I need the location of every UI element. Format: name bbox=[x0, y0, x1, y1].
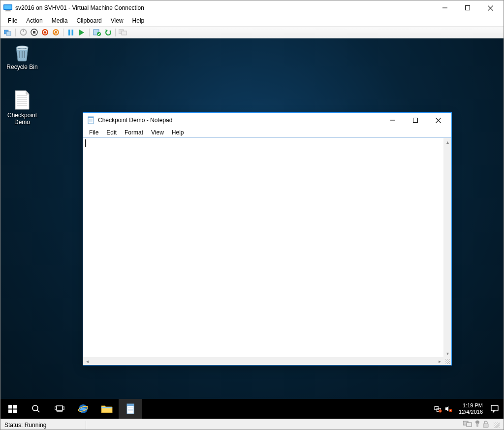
clock-time: 1:19 PM bbox=[459, 402, 483, 409]
svg-rect-26 bbox=[122, 31, 126, 35]
text-file-icon bbox=[12, 90, 32, 110]
svg-point-27 bbox=[16, 46, 28, 49]
volume-muted-icon[interactable]: ✕ bbox=[445, 405, 453, 413]
svg-rect-58 bbox=[101, 407, 112, 408]
svg-rect-2 bbox=[6, 10, 10, 11]
taskbar-notepad[interactable] bbox=[119, 399, 142, 419]
svg-rect-76 bbox=[476, 423, 478, 427]
desktop-icon-checkpoint-demo[interactable]: Checkpoint Demo bbox=[3, 90, 41, 126]
vm-menubar: File Action Media Clipboard View Help bbox=[0, 15, 504, 26]
checkpoint-icon[interactable] bbox=[93, 28, 101, 37]
display-config-icon[interactable] bbox=[463, 421, 472, 429]
desktop-icon-recycle-bin[interactable]: Recycle Bin bbox=[3, 41, 41, 70]
svg-rect-28 bbox=[19, 51, 20, 58]
svg-rect-38 bbox=[88, 117, 94, 118]
shutdown-icon[interactable] bbox=[40, 28, 49, 37]
enhanced-session-icon[interactable] bbox=[119, 28, 127, 37]
vm-window-title: sv2016 on SVHV01 - Virtual Machine Conne… bbox=[15, 4, 144, 11]
svg-rect-77 bbox=[483, 424, 488, 428]
network-warning-icon[interactable]: ✕ bbox=[434, 405, 442, 413]
svg-rect-48 bbox=[8, 409, 12, 413]
svg-text:✕: ✕ bbox=[450, 409, 451, 412]
close-button[interactable] bbox=[479, 0, 502, 15]
vm-statusbar: Status: Running bbox=[0, 419, 504, 430]
pause-icon[interactable] bbox=[66, 28, 75, 37]
svg-rect-20 bbox=[72, 30, 74, 35]
lock-icon[interactable] bbox=[483, 421, 489, 430]
start-button[interactable] bbox=[0, 399, 24, 419]
svg-rect-29 bbox=[22, 51, 23, 58]
usb-device-icon[interactable] bbox=[475, 420, 480, 430]
svg-rect-49 bbox=[13, 409, 17, 413]
scroll-right-icon[interactable]: ▸ bbox=[436, 357, 443, 365]
reset-icon[interactable] bbox=[51, 28, 60, 37]
scroll-down-icon[interactable]: ▾ bbox=[443, 349, 451, 357]
statusbar-separator bbox=[86, 421, 86, 430]
notepad-menu-format[interactable]: Format bbox=[121, 129, 147, 136]
notepad-menu-file[interactable]: File bbox=[85, 129, 102, 136]
toolbar-separator bbox=[89, 29, 90, 36]
notepad-horizontal-scrollbar[interactable]: ◂ ▸ bbox=[83, 357, 443, 365]
revert-icon[interactable] bbox=[103, 28, 112, 37]
notepad-minimize-button[interactable] bbox=[381, 113, 404, 128]
svg-marker-68 bbox=[445, 406, 448, 412]
guest-desktop[interactable]: Recycle Bin Checkpoint Demo Checkpoint D… bbox=[0, 38, 504, 419]
resize-grip-icon[interactable] bbox=[443, 357, 451, 365]
svg-rect-30 bbox=[24, 51, 25, 58]
svg-rect-46 bbox=[8, 405, 12, 409]
notepad-titlebar[interactable]: Checkpoint Demo - Notepad bbox=[83, 113, 451, 128]
notepad-menubar: File Edit Format View Help bbox=[83, 128, 451, 137]
svg-rect-71 bbox=[491, 405, 498, 411]
app-icon bbox=[3, 4, 12, 11]
notepad-text-area[interactable] bbox=[83, 138, 443, 357]
menu-action[interactable]: Action bbox=[22, 16, 47, 25]
svg-marker-72 bbox=[493, 411, 495, 412]
svg-rect-54 bbox=[63, 407, 64, 409]
search-button[interactable] bbox=[24, 399, 48, 419]
svg-point-50 bbox=[32, 405, 38, 411]
maximize-button[interactable] bbox=[456, 0, 479, 15]
notepad-content-area: ▴ ▾ ◂ ▸ bbox=[83, 137, 451, 365]
menu-clipboard[interactable]: Clipboard bbox=[72, 16, 106, 25]
taskbar-internet-explorer[interactable] bbox=[71, 399, 95, 419]
notepad-icon bbox=[87, 116, 95, 124]
task-view-button[interactable] bbox=[48, 399, 71, 419]
notepad-close-button[interactable] bbox=[427, 113, 449, 128]
svg-rect-52 bbox=[57, 406, 63, 410]
menu-file[interactable]: File bbox=[3, 16, 22, 25]
start-icon[interactable] bbox=[77, 28, 86, 37]
notepad-menu-view[interactable]: View bbox=[147, 129, 168, 136]
svg-rect-3 bbox=[5, 11, 11, 12]
scroll-left-icon[interactable]: ◂ bbox=[83, 357, 91, 365]
menu-view[interactable]: View bbox=[106, 16, 128, 25]
notepad-maximize-button[interactable] bbox=[404, 113, 427, 128]
notepad-window: Checkpoint Demo - Notepad File Edit Form… bbox=[83, 112, 452, 365]
svg-rect-74 bbox=[467, 423, 472, 427]
svg-rect-43 bbox=[413, 118, 418, 123]
vm-toolbar bbox=[0, 26, 504, 38]
notepad-menu-help[interactable]: Help bbox=[168, 129, 188, 136]
stop-icon[interactable] bbox=[30, 28, 38, 37]
svg-point-14 bbox=[42, 29, 48, 35]
action-center-icon[interactable] bbox=[489, 405, 501, 413]
status-text: Status: Running bbox=[4, 422, 46, 429]
taskbar-clock[interactable]: 1:19 PM 12/4/2016 bbox=[456, 402, 486, 415]
scroll-up-icon[interactable]: ▴ bbox=[443, 138, 451, 146]
svg-rect-19 bbox=[68, 30, 70, 35]
desktop-icon-label: Checkpoint Demo bbox=[3, 112, 41, 126]
svg-rect-9 bbox=[6, 32, 11, 35]
power-off-icon[interactable] bbox=[19, 28, 28, 37]
svg-rect-47 bbox=[13, 405, 17, 409]
taskbar-file-explorer[interactable] bbox=[95, 399, 119, 419]
notepad-menu-edit[interactable]: Edit bbox=[102, 129, 121, 136]
menu-help[interactable]: Help bbox=[128, 16, 149, 25]
toolbar-separator bbox=[63, 29, 63, 36]
resize-grip-icon[interactable] bbox=[494, 422, 500, 428]
minimize-button[interactable] bbox=[434, 0, 456, 15]
svg-rect-53 bbox=[55, 407, 56, 409]
notepad-vertical-scrollbar[interactable]: ▴ ▾ bbox=[443, 138, 451, 357]
system-tray: ✕ ✕ 1:19 PM 12/4/2016 bbox=[431, 402, 504, 415]
menu-media[interactable]: Media bbox=[47, 16, 72, 25]
svg-rect-5 bbox=[466, 6, 470, 10]
ctrl-alt-del-icon[interactable] bbox=[3, 28, 12, 37]
